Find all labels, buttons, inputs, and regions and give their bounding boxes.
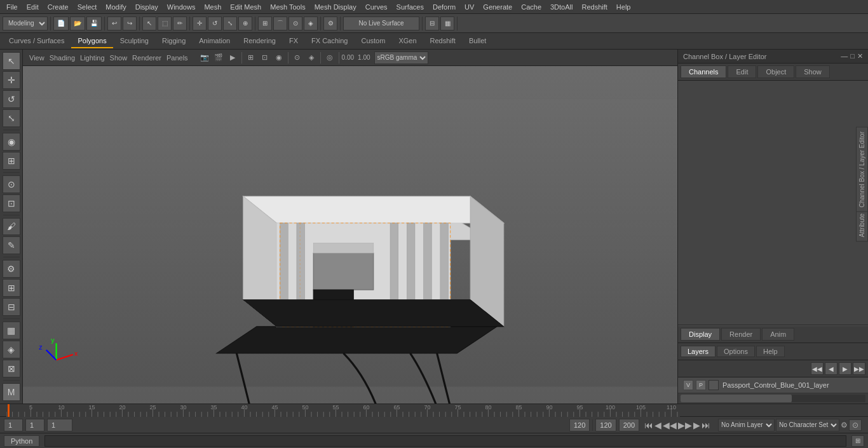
lh-tab-layers[interactable]: Layers (681, 346, 715, 357)
status-field5[interactable]: 120 (595, 419, 616, 431)
layer-back-btn[interactable]: ◀ (825, 362, 837, 375)
autokey-btn[interactable]: ⊙ (849, 419, 862, 431)
scale-btn[interactable]: ⤡ (223, 17, 237, 31)
menu-mesh[interactable]: Mesh (200, 2, 225, 12)
paint-skin-btn[interactable]: 🖌 (3, 218, 20, 236)
render-layer-btn[interactable]: ▦ (440, 17, 454, 31)
python-tab[interactable]: Python (4, 435, 39, 447)
char-set-settings-btn[interactable]: ⚙ (841, 421, 848, 430)
select-tool-left[interactable]: ↖ (3, 52, 20, 70)
menu-3dtall[interactable]: 3DtoAll (546, 2, 576, 12)
menu-redshift[interactable]: Redshift (578, 2, 611, 12)
menu-file[interactable]: File (3, 2, 22, 12)
vp-smooth-btn[interactable]: ◉ (273, 51, 285, 64)
vp-anim-btn[interactable]: ▶ (226, 51, 239, 64)
menu-generate[interactable]: Generate (479, 2, 516, 12)
menu-display[interactable]: Display (132, 2, 162, 12)
rp-tab-show[interactable]: Show (796, 65, 830, 78)
workspace-dropdown[interactable]: Modeling (3, 17, 48, 31)
lh-tab-options[interactable]: Options (717, 346, 755, 357)
redo-btn[interactable]: ↪ (123, 17, 137, 31)
layer-playback-btn[interactable]: P (696, 380, 706, 390)
vp-menu-show[interactable]: Show (110, 54, 128, 62)
vp-cam-btn[interactable]: 📷 (198, 51, 211, 64)
rp-close-btn[interactable]: ✕ (857, 52, 863, 60)
lh-tab-help[interactable]: Help (756, 346, 785, 357)
tab-custom[interactable]: Custom (355, 34, 392, 48)
display-layer-btn[interactable]: ⊟ (425, 17, 439, 31)
vp-film-btn[interactable]: 🎬 (212, 51, 225, 64)
menu-help[interactable]: Help (613, 2, 635, 12)
vp-isolate-btn[interactable]: ◎ (323, 51, 336, 64)
snap-toggle-btn[interactable]: ⊙ (3, 175, 20, 193)
uv-editor-btn[interactable]: ⊟ (3, 298, 20, 316)
tab-rendering[interactable]: Rendering (237, 34, 282, 48)
rp-tab-render[interactable]: Render (721, 328, 761, 341)
menu-modify[interactable]: Modify (102, 2, 130, 12)
rp-expand-btn[interactable]: □ (850, 52, 855, 60)
status-field4[interactable]: 120 (569, 419, 590, 431)
layers-scrollbar[interactable] (681, 395, 792, 402)
rp-tab-channels[interactable]: Channels (681, 65, 726, 78)
play-back-btn[interactable]: ◀◀ (663, 420, 677, 430)
tab-fx[interactable]: FX (283, 34, 304, 48)
vp-menu-lighting[interactable]: Lighting (80, 54, 105, 62)
prev-frame-btn[interactable]: ◀ (654, 420, 661, 430)
char-set-select[interactable]: No Character Set (776, 419, 839, 431)
tab-xgen[interactable]: XGen (392, 34, 423, 48)
undo-btn[interactable]: ↩ (107, 17, 121, 31)
rp-minimize-btn[interactable]: — (841, 52, 848, 60)
quick-layout-btn[interactable]: ⊞ (3, 279, 20, 297)
status-field2[interactable]: 1 (25, 419, 44, 431)
channel-box-tab[interactable]: Channel Box / Layer Editor (856, 127, 868, 212)
lasso-select-btn[interactable]: ⬚ (158, 17, 172, 31)
viewport-canvas[interactable]: x y z persp (23, 66, 677, 404)
menu-select[interactable]: Select (74, 2, 101, 12)
vp-menu-renderer[interactable]: Renderer (132, 54, 161, 62)
scale-tool-left[interactable]: ⤡ (3, 109, 20, 127)
vp-menu-panels[interactable]: Panels (166, 54, 188, 62)
paint-select-btn[interactable]: ✏ (173, 17, 187, 31)
vp-xray-btn[interactable]: ⊙ (291, 51, 304, 64)
tab-bullet[interactable]: Bullet (463, 34, 493, 48)
snap-grid-btn[interactable]: ⊞ (258, 17, 272, 31)
tab-redshift[interactable]: Redshift (424, 34, 462, 48)
menu-meshtools[interactable]: Mesh Tools (266, 2, 309, 12)
live-surface-btn[interactable]: No Live Surface (343, 17, 419, 31)
tab-fxcaching[interactable]: FX Caching (305, 34, 354, 48)
status-field1[interactable]: 1 (4, 419, 23, 431)
layer-visibility-btn[interactable]: V (683, 380, 693, 390)
gamma-select[interactable]: sRGB gamma (374, 51, 428, 64)
menu-windows[interactable]: Windows (163, 2, 200, 12)
move-btn[interactable]: ✛ (193, 17, 207, 31)
snap-surface-btn[interactable]: ◈ (304, 17, 318, 31)
next-keyframe-btn[interactable]: ⏭ (702, 420, 710, 430)
hypershade-btn[interactable]: ◈ (3, 341, 20, 358)
move-tool-left[interactable]: ✛ (3, 71, 20, 89)
vp-menu-view[interactable]: View (29, 54, 44, 62)
menu-uv[interactable]: UV (461, 2, 478, 12)
rotate-tool-left[interactable]: ↺ (3, 90, 20, 108)
tab-sculpting[interactable]: Sculpting (114, 34, 155, 48)
vp-grid-btn[interactable]: ⊞ (245, 51, 257, 64)
vp-shadow-btn[interactable]: ◈ (305, 51, 318, 64)
save-scene-btn[interactable]: 💾 (86, 17, 102, 31)
tab-rigging[interactable]: Rigging (156, 34, 192, 48)
timeline-ruler[interactable]: 5101520253035404550556065707580859095100… (6, 404, 862, 417)
rp-tab-display[interactable]: Display (681, 328, 720, 341)
node-editor-btn[interactable]: ⊠ (3, 360, 20, 377)
display-settings-btn[interactable]: ⚙ (3, 260, 20, 278)
tab-curves-surfaces[interactable]: Curves / Surfaces (3, 34, 71, 48)
menu-meshdisplay[interactable]: Mesh Display (311, 2, 360, 12)
next-frame-btn[interactable]: ▶ (693, 420, 700, 430)
layer-color-swatch[interactable] (709, 380, 719, 390)
menu-curves[interactable]: Curves (362, 2, 391, 12)
menu-create[interactable]: Create (44, 2, 72, 12)
open-scene-btn[interactable]: 📂 (70, 17, 85, 31)
vp-menu-shading[interactable]: Shading (50, 54, 75, 62)
soft-select-btn[interactable]: ◉ (3, 133, 20, 151)
universal-manip-btn[interactable]: ⊕ (238, 17, 252, 31)
object-editor-btn[interactable]: ⊡ (3, 194, 20, 212)
menu-deform[interactable]: Deform (429, 2, 459, 12)
select-tool-btn[interactable]: ↖ (142, 17, 156, 31)
